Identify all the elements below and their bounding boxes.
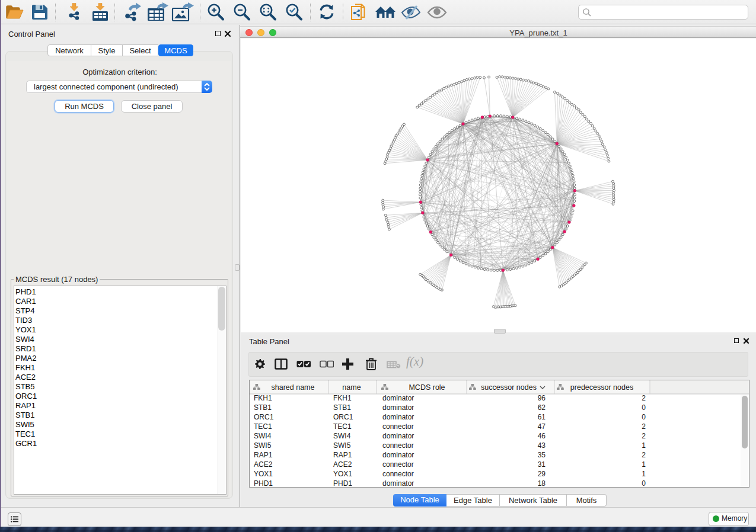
svg-text:PHD1: PHD1 [333,479,352,487]
svg-text:SWI4: SWI4 [333,432,351,440]
svg-text:shared name: shared name [272,383,315,392]
svg-text:RAP1: RAP1 [254,451,273,459]
svg-text:TEC1: TEC1 [333,422,352,431]
svg-text:47: 47 [538,422,546,431]
svg-text:31: 31 [538,460,546,469]
svg-text:96: 96 [538,394,546,402]
svg-text:FKH1: FKH1 [333,394,352,402]
svg-text:18: 18 [538,479,546,487]
svg-text:1: 1 [642,441,646,450]
svg-text:1: 1 [642,470,646,478]
svg-text:RAP1: RAP1 [333,451,352,459]
svg-text:61: 61 [538,413,546,421]
svg-text:43: 43 [538,441,546,450]
svg-text:connector: connector [382,422,414,431]
svg-text:name: name [342,383,361,392]
svg-text:connector: connector [382,470,414,478]
svg-text:dominator: dominator [382,413,414,421]
svg-text:2: 2 [642,394,646,402]
svg-text:62: 62 [538,403,546,412]
svg-text:connector: connector [382,441,414,450]
svg-text:29: 29 [538,470,546,478]
svg-text:dominator: dominator [382,451,414,459]
svg-text:YOX1: YOX1 [333,470,352,478]
svg-text:dominator: dominator [382,403,414,412]
svg-text:SWI5: SWI5 [254,441,272,450]
svg-text:MCDS role: MCDS role [409,383,445,392]
svg-text:FKH1: FKH1 [254,394,272,402]
svg-text:2: 2 [642,422,646,431]
svg-text:ORC1: ORC1 [254,413,274,421]
svg-text:predecessor nodes: predecessor nodes [570,383,633,392]
svg-text:2: 2 [642,432,646,440]
svg-text:1: 1 [642,460,646,469]
svg-text:STB1: STB1 [333,403,351,412]
svg-text:dominator: dominator [382,394,414,402]
svg-text:SWI4: SWI4 [254,432,272,440]
svg-text:0: 0 [642,413,646,421]
svg-text:STB1: STB1 [254,403,272,412]
svg-text:connector: connector [382,460,414,469]
svg-text:35: 35 [538,451,546,459]
svg-text:successor nodes: successor nodes [481,383,537,392]
svg-text:0: 0 [642,403,646,412]
svg-text:ACE2: ACE2 [254,460,273,469]
svg-text:SWI5: SWI5 [333,441,351,450]
svg-text:YOX1: YOX1 [254,470,273,478]
svg-text:PHD1: PHD1 [254,479,273,487]
svg-text:ACE2: ACE2 [333,460,352,469]
svg-text:TEC1: TEC1 [254,422,272,431]
svg-text:dominator: dominator [382,432,414,440]
svg-text:ORC1: ORC1 [333,413,353,421]
svg-text:dominator: dominator [382,479,414,487]
svg-text:2: 2 [642,451,646,459]
svg-text:46: 46 [538,432,546,440]
svg-text:0: 0 [642,479,646,487]
